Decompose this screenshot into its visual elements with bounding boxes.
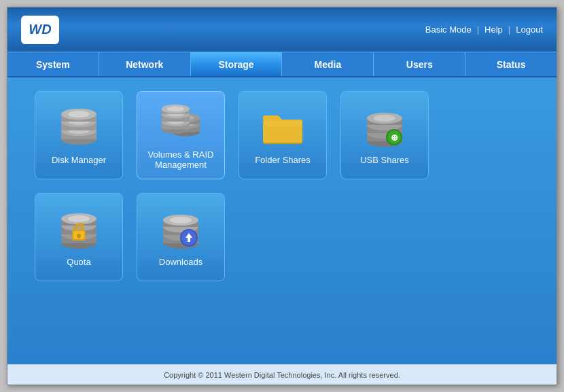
quota-label: Quota: [67, 257, 90, 267]
nav-item-users[interactable]: Users: [374, 52, 465, 76]
downloads-icon: [159, 208, 202, 251]
folder-shares-tile[interactable]: Folder Shares: [239, 91, 327, 179]
nav: System Network Storage Media Users Statu…: [7, 52, 557, 77]
disk-manager-tile[interactable]: Disk Manager: [35, 91, 123, 179]
footer: Copyright © 2011 Western Digital Technol…: [7, 364, 557, 385]
folder-shares-label: Folder Shares: [255, 155, 311, 165]
header-links: Basic Mode | Help | Logout: [425, 24, 543, 35]
footer-text: Copyright © 2011 Western Digital Technol…: [164, 371, 400, 379]
divider-2: |: [508, 24, 510, 35]
downloads-tile[interactable]: Downloads: [137, 193, 225, 281]
nav-item-media[interactable]: Media: [282, 52, 374, 76]
basic-mode-link[interactable]: Basic Mode: [425, 24, 472, 35]
svg-point-26: [167, 106, 183, 111]
wd-logo: WD: [21, 16, 59, 44]
icon-grid-row1: Disk Manager: [35, 91, 529, 179]
folder-shares-icon: [261, 106, 304, 149]
logout-link[interactable]: Logout: [516, 24, 543, 35]
volumes-raid-icon: [159, 101, 202, 144]
volumes-raid-tile[interactable]: Volumes & RAID Management: [137, 91, 225, 179]
nav-item-network[interactable]: Network: [99, 52, 191, 76]
header: WD Basic Mode | Help | Logout: [7, 7, 557, 52]
svg-point-9: [68, 111, 90, 118]
usb-shares-icon: ⊕: [363, 106, 406, 149]
svg-text:⊕: ⊕: [391, 132, 398, 143]
divider-1: |: [477, 24, 479, 35]
quota-icon: [57, 208, 101, 251]
nav-item-status[interactable]: Status: [465, 52, 557, 76]
usb-shares-label: USB Shares: [360, 155, 409, 165]
app-window: WD Basic Mode | Help | Logout System Net…: [7, 7, 557, 385]
nav-item-system[interactable]: System: [7, 52, 99, 76]
icon-grid-row2: Quota: [35, 193, 529, 281]
svg-rect-52: [78, 236, 80, 238]
svg-point-37: [374, 115, 395, 122]
help-link[interactable]: Help: [484, 24, 503, 35]
quota-tile[interactable]: Quota: [35, 193, 123, 281]
usb-shares-tile[interactable]: ⊕ USB Shares: [340, 91, 429, 179]
svg-point-48: [68, 215, 90, 222]
svg-point-60: [170, 217, 192, 224]
downloads-label: Downloads: [159, 257, 202, 267]
volumes-raid-label: Volumes & RAID Management: [148, 149, 214, 170]
disk-manager-label: Disk Manager: [52, 155, 106, 165]
nav-item-storage[interactable]: Storage: [191, 52, 283, 76]
content-area: Disk Manager: [7, 77, 557, 364]
svg-rect-29: [264, 121, 301, 126]
disk-manager-icon: [57, 106, 101, 149]
